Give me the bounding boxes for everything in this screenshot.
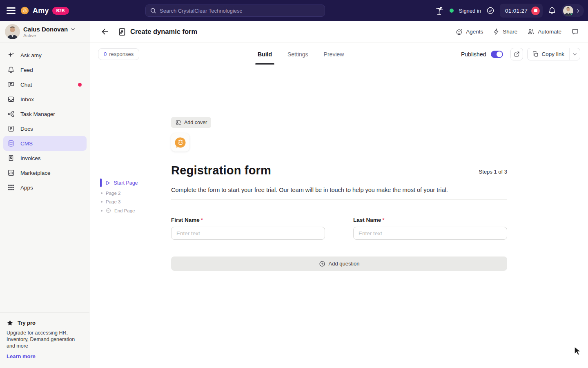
grid-icon [7, 184, 15, 191]
play-icon [105, 180, 111, 186]
page-nav-label: Start Page [114, 180, 138, 186]
search-icon [150, 7, 156, 14]
sidebar-item-inbox[interactable]: Inbox [3, 92, 87, 107]
inbox-icon [7, 96, 15, 103]
sidebar-item-label: CMS [20, 141, 33, 147]
sidebar-item-label: Feed [20, 67, 33, 73]
check-circle-icon[interactable] [486, 7, 494, 15]
main-content: Create dynamic form Agents Share Automat… [90, 21, 588, 368]
field-last-name: Last Name* [353, 217, 507, 240]
learn-more-link[interactable]: Learn more [7, 353, 36, 359]
action-label: Share [503, 29, 517, 35]
published-toggle[interactable] [491, 51, 503, 58]
form-logo[interactable] [171, 133, 189, 152]
agent-smiley-icon [456, 28, 463, 36]
stop-icon [534, 9, 537, 12]
online-status-dot [450, 9, 454, 13]
hamburger-icon[interactable] [7, 7, 16, 14]
promo-description: Upgrade for accessing HR, Inventory, Dem… [7, 330, 76, 349]
sparkle-icon [7, 51, 15, 59]
required-mark: * [201, 217, 203, 223]
sidebar-item-invoices[interactable]: Invoices [3, 151, 87, 165]
header-actions: Agents Share Automate [456, 28, 579, 36]
published-label: Published [461, 51, 486, 58]
copy-link-button[interactable]: Copy link [528, 48, 569, 60]
toolbar-right: Published Copy link [461, 42, 580, 66]
sidebar-item-marketplace[interactable]: Marketplace [3, 165, 87, 180]
form-editor: Add cover Registration form Steps 1 of 3… [171, 117, 507, 271]
star-icon [7, 319, 13, 326]
tab-preview[interactable]: Preview [323, 42, 345, 66]
sidebar-item-label: Docs [20, 126, 33, 132]
comments-button[interactable] [571, 28, 579, 36]
field-label: Last Name* [353, 217, 507, 223]
chevron-down-icon [70, 27, 76, 32]
tab-settings[interactable]: Settings [287, 42, 309, 66]
back-button[interactable] [99, 26, 111, 38]
search-input[interactable] [160, 8, 321, 14]
form-title[interactable]: Registration form [171, 164, 271, 177]
profile-switcher[interactable]: Caius Donovan Active [0, 21, 90, 42]
plus-circle-icon [319, 261, 325, 267]
page-nav-label: Page 2 [106, 191, 120, 196]
last-name-input[interactable] [353, 227, 507, 240]
action-label: Agents [466, 29, 483, 35]
page-nav-end-page[interactable]: End Page [100, 208, 165, 213]
open-form-button[interactable] [510, 48, 523, 60]
user-status: Active [23, 33, 76, 38]
steps-indicator: Steps 1 of 3 [479, 169, 507, 175]
form-toolbar: 0 responses Build Settings Preview Publi… [90, 42, 588, 66]
copy-link-dropdown[interactable] [569, 48, 580, 60]
database-icon [7, 140, 15, 147]
brand: Amy B2B [20, 6, 69, 15]
first-name-input[interactable] [171, 227, 325, 240]
chevron-down-icon [572, 51, 577, 57]
copy-icon [532, 51, 539, 57]
page-nav-start-page[interactable]: Start Page [100, 178, 165, 187]
app-name: Amy [33, 7, 49, 15]
page-nav-page-2[interactable]: Page 2 [100, 191, 165, 196]
page-nav-label: Page 3 [106, 199, 120, 204]
sidebar-item-task-manager[interactable]: Task Manager [3, 107, 87, 121]
lightning-icon [493, 28, 500, 35]
bell-icon[interactable] [548, 7, 556, 15]
avatar [563, 6, 573, 16]
share-button[interactable]: Share [493, 28, 517, 35]
sidebar-item-label: Invoices [20, 155, 41, 161]
sidebar-item-feed[interactable]: Feed [3, 62, 87, 77]
invoice-icon [7, 154, 15, 162]
user-name: Caius Donovan [23, 26, 68, 33]
tabs: Build Settings Preview [257, 42, 345, 66]
avatar [5, 24, 20, 39]
comment-icon [571, 28, 579, 36]
responses-label: responses [109, 51, 134, 57]
agents-button[interactable]: Agents [456, 28, 483, 36]
bullet-dot [101, 201, 102, 203]
add-question-button[interactable]: Add question [171, 256, 507, 271]
check-circle-icon [106, 208, 111, 213]
sidebar-item-chat[interactable]: Chat [3, 77, 87, 92]
amy-logo-icon [20, 6, 29, 15]
responses-badge[interactable]: 0 responses [98, 48, 139, 60]
sidebar-menu: Ask amy Feed Chat Inbox Task Manager Doc… [0, 42, 90, 195]
form-description[interactable]: Complete the form to start your free tri… [171, 187, 507, 193]
palm-tree-icon[interactable] [435, 6, 444, 16]
sidebar-item-label: Chat [20, 82, 32, 88]
account-menu[interactable] [561, 4, 584, 17]
sidebar-item-ask-amy[interactable]: Ask amy [3, 48, 87, 62]
stop-timer-button[interactable] [531, 7, 540, 15]
automate-button[interactable]: Automate [527, 28, 561, 36]
responses-count: 0 [104, 51, 107, 57]
document-icon [7, 125, 15, 132]
page-title: Create dynamic form [130, 28, 197, 36]
sidebar-item-apps[interactable]: Apps [3, 180, 87, 195]
global-search[interactable] [145, 4, 325, 17]
add-cover-button[interactable]: Add cover [171, 117, 211, 128]
sidebar-item-docs[interactable]: Docs [3, 121, 87, 136]
tab-build[interactable]: Build [257, 42, 273, 66]
action-label: Automate [538, 29, 561, 35]
sidebar-item-cms[interactable]: CMS [3, 136, 87, 151]
page-nav-page-3[interactable]: Page 3 [100, 199, 165, 204]
field-first-name: First Name* [171, 217, 325, 240]
sidebar-item-label: Ask amy [20, 52, 42, 58]
